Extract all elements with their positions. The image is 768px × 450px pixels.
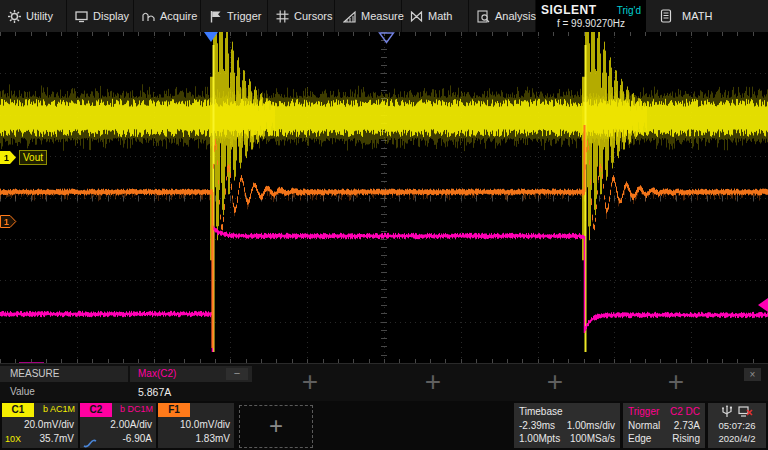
acquire-icon [142,10,155,23]
channel1-offset: 35.7mV [40,433,74,444]
channel1-coupling: b AC1M [43,404,75,414]
menu-acquire-label: Acquire [160,10,197,22]
channel1-arrow-icon: 1 [0,151,17,164]
trigger-level-marker[interactable] [758,298,768,312]
trigger-level: 2.73A [674,419,700,433]
clock-date: 2020/4/2 [719,432,756,446]
bottom-status-bar: C1 b AC1M 20.0mV/div 10X 35.7mV C2 b DC1… [0,401,768,450]
trigger-status-badge: Trig'd [617,5,641,16]
top-menu-bar: Utility Display Acquire Trigger Cursors … [0,0,768,32]
menu-display-label: Display [93,10,129,22]
svg-text:1: 1 [4,153,9,163]
menu-trigger-label: Trigger [227,10,261,22]
clock-time: 05:07:26 [719,419,756,433]
timebase-box[interactable]: Timebase -2.39ms1.00ms/div 1.00Mpts100MS… [514,403,620,448]
menu-math[interactable]: Math [402,0,469,32]
add-measurement-button[interactable]: + [419,369,447,397]
plus-icon: + [302,366,318,397]
remove-measurement-button[interactable]: − [226,368,248,380]
math1-scale: 10.0mV/div [180,419,230,430]
trigger-box[interactable]: TriggerC2 DC Normal2.73A EdgeRising [623,403,705,448]
trigger-position-marker[interactable] [204,32,218,42]
horizontal-reference-marker[interactable] [378,32,395,44]
active-menu-label[interactable]: MATH [682,10,712,22]
math1-tab: F1 [158,403,190,417]
channel1-descriptor-box[interactable]: C1 b AC1M 20.0mV/div 10X 35.7mV [2,403,78,448]
system-status-box[interactable]: 05:07:26 2020/4/2 [708,403,766,448]
channel1-scale: 20.0mV/div [24,419,74,430]
timebase-scale: 1.00ms/div [567,419,615,433]
trigger-slope: Rising [672,432,700,446]
display-icon [75,10,88,23]
oscilloscope-screen: { "topbar": { "menus": [ {"label": "Util… [0,0,768,450]
channel2-coupling: b DC1M [120,404,153,414]
gear-icon [8,10,21,23]
waveform-canvas[interactable] [0,32,768,363]
menu-analysis[interactable]: Analysis [469,0,536,32]
svg-text:1: 1 [4,217,9,227]
minus-icon: − [234,367,240,379]
plus-icon: + [269,412,283,439]
channel1-alias-label: Vout [19,150,47,165]
add-measurement-button[interactable]: + [662,369,690,397]
menu-utility-label: Utility [26,10,53,22]
plus-icon: + [547,366,563,397]
trigger-mode: Normal [628,419,660,433]
measure-panel: MEASURE Max(C2) − Value 5.867A + + + + × [0,363,768,402]
menu-measure[interactable]: Measure [335,0,402,32]
math1-descriptor-box[interactable]: F1 10.0mV/div 1.83mV [158,403,234,448]
trigger-type: Edge [628,432,651,446]
trigger-title: Trigger [628,405,659,419]
timebase-sample-rate: 100MSa/s [570,432,615,446]
flag-icon [209,10,222,23]
menu-display[interactable]: Display [67,0,134,32]
close-icon: × [750,369,756,380]
channel2-offset: -6.90A [123,433,152,444]
timebase-memory: 1.00Mpts [519,432,560,446]
lan-disconnected-icon [738,405,753,418]
plus-icon: + [425,366,441,397]
channel2-descriptor-box[interactable]: C2 b DC1M 2.00A/div -6.90A [80,403,156,448]
math1-offset: 1.83mV [196,433,230,444]
add-measurement-button[interactable]: + [296,369,324,397]
close-measure-panel-button[interactable]: × [744,368,761,381]
timebase-delay: -2.39ms [519,419,555,433]
math-icon [410,10,423,23]
brand-status-block: SIGLENT Trig'd f = 99.90270Hz [536,0,646,32]
usb-icon [722,405,732,418]
waveform-display: 1 Vout 1 2 Iout [0,32,768,363]
menu-utility[interactable]: Utility [0,0,67,32]
menu-analysis-label: Analysis [495,10,536,22]
menu-measure-label: Measure [361,10,404,22]
channel2-tab: C2 [80,403,112,417]
channel1-probe-attenuation: 10X [5,434,21,444]
math1-arrow-icon: 1 [0,215,17,228]
channel1-tab: C1 [2,403,34,417]
add-measurement-button[interactable]: + [541,369,569,397]
measure-panel-title: MEASURE [0,366,128,382]
timebase-title: Timebase [519,405,563,419]
menu-cursors[interactable]: Cursors [268,0,335,32]
channel2-scale: 2.00A/div [110,419,152,430]
add-channel-button[interactable]: + [239,405,313,448]
measure-icon [343,10,356,23]
trigger-source: C2 DC [670,405,700,419]
skew-icon [83,434,97,450]
math1-position-marker[interactable]: 1 [0,215,17,228]
siglent-logo: SIGLENT [541,3,597,17]
channel1-position-marker[interactable]: 1 Vout [0,150,47,165]
measure-value-label: Value [10,386,35,397]
cursors-icon [276,10,289,23]
menu-math-label: Math [428,10,452,22]
measure-slot-value: 5.867A [138,386,171,398]
menu-acquire[interactable]: Acquire [134,0,201,32]
plus-icon: + [668,366,684,397]
analysis-icon [477,10,490,23]
frequency-counter: f = 99.90270Hz [539,18,643,29]
menu-trigger[interactable]: Trigger [201,0,268,32]
menu-cursors-label: Cursors [294,10,333,22]
active-menu-icon[interactable] [660,9,672,23]
